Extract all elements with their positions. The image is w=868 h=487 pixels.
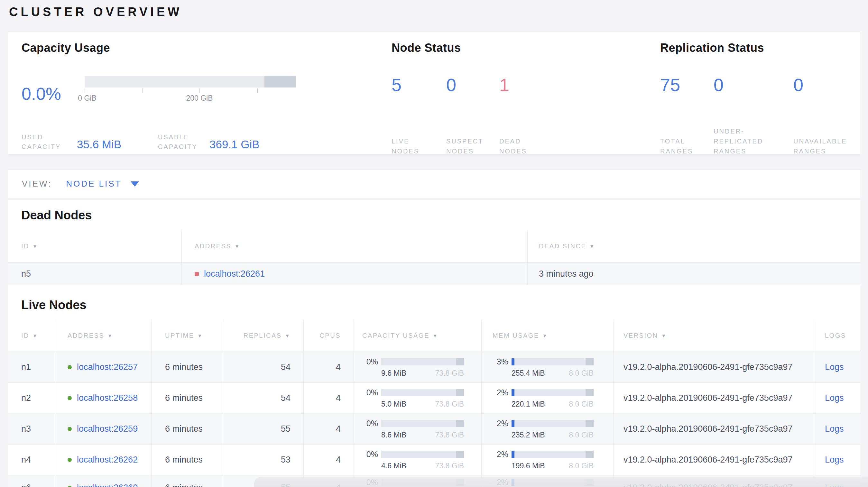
node-address-link[interactable]: localhost:26257 xyxy=(77,362,138,372)
node-address-cell: localhost:26262 xyxy=(55,445,152,475)
under-replicated-metric: 0 UNDER-REPLICATED RANGES xyxy=(714,76,793,156)
live-node-row: n2 localhost:26258 6 minutes 54 4 0% xyxy=(8,383,860,414)
mem-used-value: 255.4 MiB xyxy=(512,369,545,378)
col-capacity-usage[interactable]: CAPACITY USAGE ▼ xyxy=(354,320,482,352)
dead-col-dead-since[interactable]: DEAD SINCE ▼ xyxy=(528,230,860,262)
mem-bar-reserved-segment xyxy=(586,389,594,396)
mem-total-value: 8.0 GiB xyxy=(569,462,594,470)
node-uptime: 6 minutes xyxy=(152,476,223,487)
dead-col-id-label: ID xyxy=(21,242,29,250)
capacity-bar-nonusable-segment xyxy=(456,389,464,396)
col-replicas[interactable]: REPLICAS ▼ xyxy=(223,320,304,352)
live-nodes-heading: Live Nodes xyxy=(8,285,860,320)
capacity-gauge-track xyxy=(85,76,296,88)
dead-col-id[interactable]: ID ▼ xyxy=(8,230,182,262)
node-id: n1 xyxy=(8,352,55,383)
sort-desc-icon: ▼ xyxy=(197,333,203,338)
capacity-used-value: 8.6 MiB xyxy=(381,431,406,440)
node-replicas: 55 xyxy=(223,414,304,444)
node-id: n2 xyxy=(8,383,55,413)
node-mem-usage-cell: 2% 199.6 MiB 8.0 GiB xyxy=(482,445,614,475)
dead-col-address[interactable]: ADDRESS ▼ xyxy=(182,230,528,262)
live-status-icon xyxy=(68,365,72,369)
usable-capacity-value: 369.1 GiB xyxy=(210,138,260,152)
mem-percent-label: 2% xyxy=(482,450,508,459)
col-address[interactable]: ADDRESS ▼ xyxy=(55,320,152,352)
node-logs-link[interactable]: Logs xyxy=(825,424,844,434)
mem-bar-reserved-segment xyxy=(586,420,594,427)
live-nodes-table-body: n1 localhost:26257 6 minutes 54 4 0% xyxy=(8,352,860,487)
view-selector-dropdown[interactable]: NODE LIST xyxy=(66,179,139,189)
node-capacity-usage-cell: 0% 4.6 MiB 73.8 GiB xyxy=(354,445,482,475)
sort-desc-icon: ▼ xyxy=(107,333,113,338)
capacity-usage-bar xyxy=(381,358,464,365)
mem-used-value: 220.1 MiB xyxy=(512,400,545,409)
capacity-percent-label: 0% xyxy=(354,357,378,366)
col-mem-label: MEM USAGE xyxy=(493,332,539,339)
node-logs-link[interactable]: Logs xyxy=(825,393,844,403)
dead-node-address-link[interactable]: localhost:26261 xyxy=(204,269,265,279)
dead-status-icon xyxy=(195,272,199,276)
mem-total-value: 8.0 GiB xyxy=(569,400,594,409)
node-logs-link[interactable]: Logs xyxy=(825,455,844,465)
col-uptime[interactable]: UPTIME ▼ xyxy=(152,320,223,352)
capacity-total-value: 73.8 GiB xyxy=(435,369,464,378)
replication-status-title: Replication Status xyxy=(660,41,853,55)
node-address-cell: localhost:26257 xyxy=(55,352,152,383)
capacity-usage-bar xyxy=(381,389,464,396)
col-id[interactable]: ID ▼ xyxy=(8,320,55,352)
mem-percent-label: 2% xyxy=(482,388,508,397)
total-ranges-label: TOTAL RANGES xyxy=(660,136,699,156)
col-logs: LOGS xyxy=(814,320,860,352)
live-nodes-table-header: ID ▼ ADDRESS ▼ UPTIME ▼ REPLICAS ▼ CPUS … xyxy=(8,320,860,352)
under-replicated-label: UNDER-REPLICATED RANGES xyxy=(714,126,775,156)
usable-capacity-label: USABLE CAPACITY xyxy=(158,132,210,152)
live-node-row: n4 localhost:26262 6 minutes 53 4 0% xyxy=(8,445,860,476)
mem-used-value: 235.2 MiB xyxy=(512,431,545,440)
unavailable-ranges-metric: 0 UNAVAILABLE RANGES xyxy=(793,76,861,156)
node-address-link[interactable]: localhost:26258 xyxy=(77,393,138,403)
suspect-nodes-metric: 0 SUSPECT NODES xyxy=(446,76,499,156)
capacity-bar-nonusable-segment xyxy=(456,451,464,458)
node-address-link[interactable]: localhost:26260 xyxy=(77,483,138,487)
col-version[interactable]: VERSION ▼ xyxy=(614,320,814,352)
capacity-total-value: 73.8 GiB xyxy=(435,462,464,470)
node-logs-link[interactable]: Logs xyxy=(825,362,844,372)
node-id: n3 xyxy=(8,414,55,444)
node-capacity-usage-cell: 0% 8.6 MiB 73.8 GiB xyxy=(354,414,482,444)
replication-metrics: 75 TOTAL RANGES 0 UNDER-REPLICATED RANGE… xyxy=(660,76,861,156)
node-address-cell: localhost:26260 xyxy=(55,476,152,487)
dead-col-dead-since-label: DEAD SINCE xyxy=(539,242,586,250)
dead-nodes-count: 1 xyxy=(499,76,538,94)
capacity-gauge-bar: 0 GiB 200 GiB xyxy=(85,76,296,102)
capacity-used-value: 9.6 MiB xyxy=(381,369,406,378)
suspect-nodes-label: SUSPECT NODES xyxy=(446,136,491,156)
node-status-metrics: 5 LIVE NODES 0 SUSPECT NODES 1 DEAD NODE… xyxy=(392,76,538,156)
capacity-usage-bar xyxy=(381,451,464,458)
dead-node-dead-since: 3 minutes ago xyxy=(528,263,860,285)
node-uptime: 6 minutes xyxy=(152,445,223,475)
unavailable-ranges-label: UNAVAILABLE RANGES xyxy=(793,136,861,156)
unavailable-ranges-count: 0 xyxy=(793,76,861,94)
node-logs-cell: Logs xyxy=(814,414,860,444)
mem-bar-reserved-segment xyxy=(586,358,594,365)
node-uptime: 6 minutes xyxy=(152,383,223,413)
node-address-link[interactable]: localhost:26262 xyxy=(77,455,138,465)
capacity-gauge-ticks xyxy=(85,88,296,93)
sort-desc-icon: ▼ xyxy=(589,244,595,249)
capacity-usage-section: Capacity Usage 0.0% 0 GiB xyxy=(22,41,363,55)
dead-node-address-cell: localhost:26261 xyxy=(182,263,528,285)
node-mem-usage-cell: 2% 220.1 MiB 8.0 GiB xyxy=(482,383,614,413)
sort-desc-icon: ▼ xyxy=(32,244,38,249)
node-logs-cell: Logs xyxy=(814,352,860,383)
total-ranges-count: 75 xyxy=(660,76,714,94)
node-uptime: 6 minutes xyxy=(152,352,223,383)
mem-bar-fill xyxy=(512,420,515,427)
capacity-percent-label: 0% xyxy=(354,450,378,459)
node-address-link[interactable]: localhost:26259 xyxy=(77,424,138,434)
node-version: v19.2.0-alpha.20190606-2491-gfe735c9a97 xyxy=(614,352,814,383)
col-mem-usage[interactable]: MEM USAGE ▼ xyxy=(482,320,614,352)
live-status-icon xyxy=(68,486,72,487)
node-mem-usage-cell: 3% 255.4 MiB 8.0 GiB xyxy=(482,352,614,383)
col-uptime-label: UPTIME xyxy=(165,332,194,339)
